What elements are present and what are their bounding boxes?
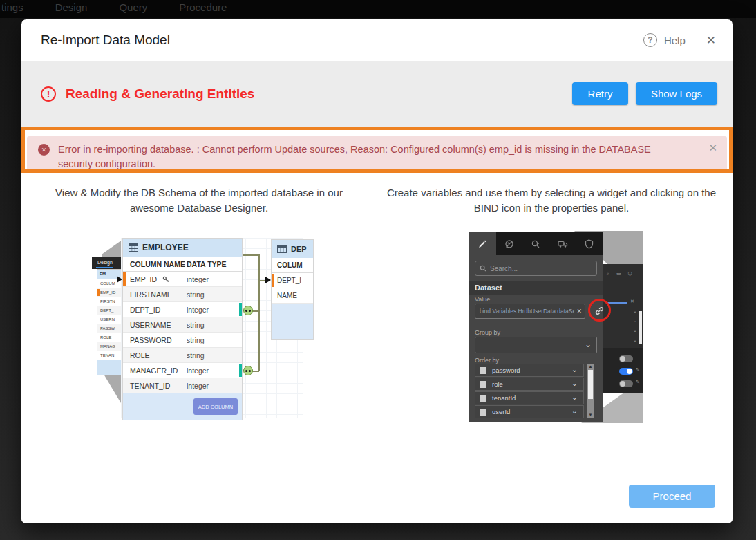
nav-item-query[interactable]: Query [119, 0, 147, 15]
table-icon [277, 245, 287, 253]
order-item-label: password [492, 366, 520, 374]
mini-employee-table: EM COLUM EMP_ID FIRSTN DEPT_ USERN PASSW… [97, 269, 124, 375]
mini-chevron-icon: ⌄ [633, 318, 637, 324]
table-row-emp-id: EMP_ID integer [123, 272, 242, 287]
order-item-label: tenantId [492, 394, 516, 402]
help-icon[interactable]: ? [643, 33, 657, 47]
department-table-footer [272, 304, 313, 339]
table-row-username: USERNAME string [123, 317, 242, 333]
retry-button[interactable]: Retry [572, 82, 628, 105]
employee-table-footer: ADD COLUMN [123, 393, 242, 420]
column-name: NAME [277, 292, 297, 299]
order-item-label: role [492, 380, 503, 388]
checkbox-icon [480, 367, 486, 374]
help-link[interactable]: Help [664, 35, 686, 46]
db-designer-illustration: Design EM COLUM EMP_ID FIRSTN DEPT_ USER… [100, 234, 303, 420]
mini-table-row: USERN [97, 315, 124, 324]
dialog-footer: Proceed [21, 465, 733, 523]
error-message: Error in re-importing database. : Cannot… [58, 142, 687, 169]
order-item-role: role ⌄ [475, 378, 584, 391]
properties-panel: Search... Dataset Value bind:Variables.H… [469, 232, 603, 422]
table-row-dept-id: DEPT_ID integer [123, 302, 242, 317]
foreign-key-marker [239, 364, 242, 377]
nav-item-procedure[interactable]: Procedure [179, 0, 227, 15]
column-name: MANAGER_ID [123, 366, 187, 375]
data-type: string [187, 321, 205, 329]
data-type: integer [187, 382, 209, 390]
mini-scrollbar [639, 311, 642, 344]
column-name: USERNAME [123, 321, 187, 329]
column-name: EMP_ID [130, 275, 157, 283]
dismiss-icon[interactable]: ✕ [708, 142, 717, 154]
department-table: DEP COLUM DEPT_I NAME [272, 240, 313, 339]
relation-arrow-icon [117, 276, 122, 283]
mini-table-row: DEPT_ [97, 306, 124, 315]
nav-item-design[interactable]: Design [55, 0, 88, 15]
order-item-label: userId [492, 408, 510, 416]
data-type-header: DATA TYPE [187, 260, 227, 268]
search-input: Search... [475, 261, 597, 276]
close-icon[interactable]: ✕ [706, 33, 716, 48]
data-type: string [187, 351, 205, 360]
data-type: integer [187, 275, 209, 283]
data-type: string [187, 290, 205, 299]
order-item-tenantid: tenantId ⌄ [475, 391, 584, 404]
column-name: TENANT_ID [123, 382, 187, 390]
bind-panel-illustration: ⌕▭⬡ ✕ ⌄ ⌄ ⌄ ⌄ ✎ ✎ [461, 231, 643, 423]
mini-chevron-icon: ⌄ [633, 337, 637, 343]
value-label: Value [475, 296, 490, 303]
tab-security-shield-icon [576, 232, 603, 255]
mini-table-row: ROLE [97, 333, 124, 342]
employee-table: EMPLOYEE COLUMN NAME DATA TYPE EMP_ID in… [123, 239, 242, 420]
table-row-manager-id: MANAGER_ID integer [123, 363, 242, 378]
mini-table-row: MANAG [97, 342, 124, 351]
employee-table-header: EMPLOYEE [123, 239, 242, 257]
checkbox-icon [480, 409, 486, 416]
tab-styles-palette-icon [496, 232, 523, 255]
dialog-header: Re-Import Data Model ? Help ✕ [21, 19, 733, 61]
group-by-select: ⌄ [475, 337, 597, 353]
column-name: DEPT_ID [123, 306, 187, 314]
error-icon: ✕ [38, 144, 50, 156]
group-by-label: Group by [475, 329, 500, 336]
order-by-label: Order by [475, 357, 499, 364]
show-logs-button[interactable]: Show Logs [636, 82, 717, 105]
department-table-header: DEP [272, 240, 313, 258]
checkbox-icon [480, 395, 486, 402]
toggle-off [619, 380, 633, 387]
order-by-list: password ⌄ role ⌄ tenantId ⌄ [475, 364, 584, 419]
dialog-title: Re-Import Data Model [41, 32, 170, 48]
column-name-header: COLUMN NAME [123, 260, 187, 268]
toggle-off [619, 355, 633, 362]
relation-line [258, 254, 260, 371]
table-icon [129, 243, 138, 252]
dialog-body: View & Modify the DB Schema of the impor… [21, 173, 733, 465]
mini-chevron-icon: ⌄ [633, 328, 637, 333]
primary-key-marker [272, 274, 274, 287]
foreign-key-marker [239, 303, 242, 316]
mini-table-row: PASSW [97, 324, 124, 333]
relation-arrow-icon [265, 277, 271, 283]
tab-properties-pencil-icon [469, 232, 496, 255]
chevron-down-icon: ⌄ [571, 365, 578, 374]
column-name: PASSWORD [123, 336, 187, 344]
reimport-data-model-dialog: Re-Import Data Model ? Help ✕ ! Reading … [21, 19, 733, 523]
toggle-on [619, 368, 633, 375]
mini-table-row: FIRSTN [97, 297, 124, 306]
scrollbar: ▲▼ [587, 364, 594, 418]
mini-table-row: EMP_ID [97, 288, 124, 297]
chevron-down-icon: ⌄ [585, 339, 592, 349]
mini-bind-value [607, 302, 627, 304]
employee-table-title: EMPLOYEE [142, 243, 189, 252]
relation-node-icon [243, 366, 253, 375]
table-column-separator [187, 272, 187, 393]
proceed-button[interactable]: Proceed [629, 485, 715, 508]
order-item-password: password ⌄ [475, 364, 584, 377]
relation-line [242, 254, 259, 256]
primary-key-marker [123, 272, 126, 286]
data-type: string [187, 336, 205, 344]
nav-item-settings[interactable]: tings [1, 0, 23, 15]
mini-chevron-icon: ⌄ [633, 308, 637, 314]
bind-icon-highlight-circle [588, 299, 611, 322]
clear-icon: ✕ [576, 308, 582, 315]
